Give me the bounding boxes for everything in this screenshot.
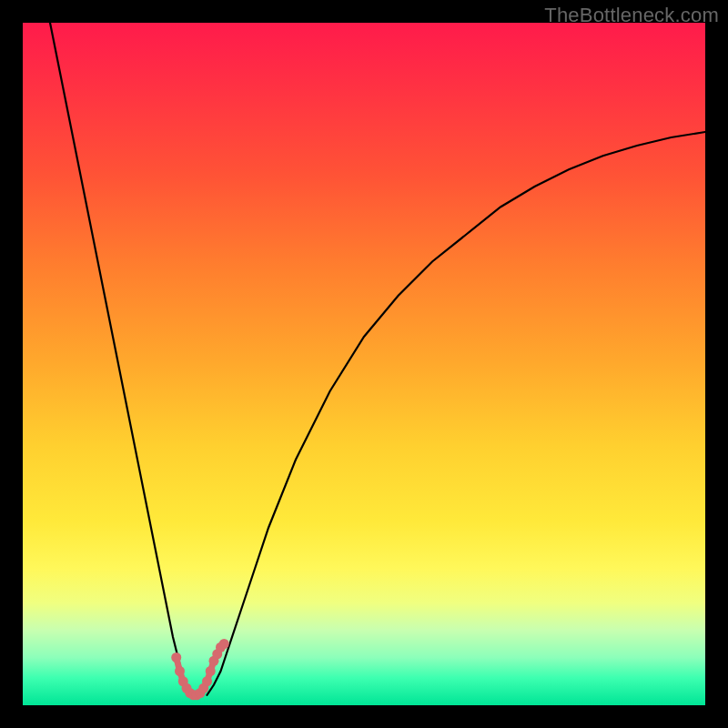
valley-marker [206, 666, 216, 676]
left-curve [50, 23, 194, 695]
chart-svg [23, 23, 705, 705]
valley-marker [175, 666, 185, 676]
right-curve [207, 132, 706, 695]
chart-frame: TheBottleneck.com [0, 0, 728, 728]
valley-marker [171, 652, 181, 662]
valley-marker [202, 676, 212, 686]
valley-marker [219, 639, 229, 649]
chart-plot-area [23, 23, 705, 705]
